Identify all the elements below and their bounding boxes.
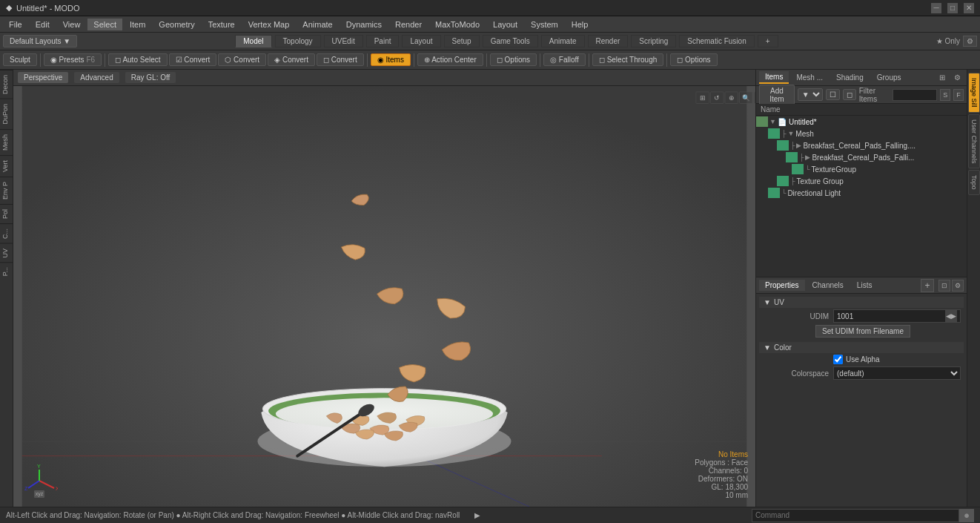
- layout-tab-paint[interactable]: Paint: [366, 35, 400, 47]
- filter-s-btn[interactable]: S: [940, 89, 950, 101]
- left-tab-decon[interactable]: Decon: [0, 70, 13, 99]
- list-item[interactable]: ├ Texture Group: [756, 175, 967, 187]
- menu-render[interactable]: Render: [389, 19, 428, 30]
- items-tab-mesh[interactable]: Mesh ...: [790, 72, 829, 83]
- minimize-button[interactable]: ─: [931, 3, 941, 13]
- set-udim-btn[interactable]: Set UDIM from Filename: [815, 325, 910, 338]
- viewport-canvas[interactable]: ⊞ ↺ ⊕ 🔍 ⋮ ✦ No Items Polygons : Face Ch: [13, 86, 755, 507]
- left-tab-vert[interactable]: Vert: [0, 155, 13, 177]
- list-item[interactable]: ├ ▶ Breakfast_Cereal_Pads_Falling....: [756, 139, 967, 151]
- menu-maxtomodo[interactable]: MaxToModo: [429, 19, 486, 30]
- action-center-btn[interactable]: ⊕ Action Center: [417, 53, 483, 66]
- item-eye-1[interactable]: [768, 128, 780, 139]
- udim-slider-btn[interactable]: ◀▶: [945, 310, 957, 322]
- props-resize-btn[interactable]: ⊡: [938, 280, 950, 292]
- menu-edit[interactable]: Edit: [30, 19, 56, 30]
- props-tab-channels[interactable]: Channels: [807, 280, 850, 291]
- convert-btn-1[interactable]: ☑ Convert: [169, 53, 217, 66]
- options-btn-2[interactable]: ◻ Options: [670, 53, 717, 66]
- props-settings-btn[interactable]: ⚙: [952, 280, 964, 292]
- props-add-btn[interactable]: +: [921, 279, 934, 292]
- left-tab-mesh[interactable]: Mesh: [0, 129, 13, 155]
- layout-tab-render[interactable]: Render: [588, 35, 629, 47]
- convert-btn-2[interactable]: ⬡ Convert: [218, 53, 266, 66]
- layout-tab-topology[interactable]: Topology: [275, 35, 321, 47]
- udim-input[interactable]: [837, 312, 945, 320]
- menu-system[interactable]: System: [525, 19, 564, 30]
- use-alpha-checkbox[interactable]: [833, 355, 843, 364]
- cmd-send-btn[interactable]: ●: [959, 509, 974, 522]
- color-section-header[interactable]: ▼ Color: [759, 342, 964, 353]
- layout-tab-add[interactable]: +: [758, 35, 778, 47]
- items-toolbar-btn2[interactable]: ◻: [843, 89, 856, 100]
- close-button[interactable]: ✕: [964, 3, 974, 13]
- list-item[interactable]: └ Directional Light: [756, 187, 967, 199]
- item-eye-3[interactable]: [786, 152, 798, 162]
- items-tab-expand[interactable]: ⊞: [936, 72, 948, 83]
- left-tab-uv[interactable]: UV: [0, 243, 13, 263]
- command-input[interactable]: [752, 509, 959, 522]
- layout-tab-uvedit[interactable]: UVEdit: [324, 35, 363, 47]
- item-expand-2[interactable]: ▶: [796, 142, 801, 149]
- filter-f-btn[interactable]: F: [953, 89, 964, 101]
- menu-dynamics[interactable]: Dynamics: [340, 19, 388, 30]
- list-item[interactable]: ├ ▼ Mesh: [756, 128, 967, 139]
- default-layouts-btn[interactable]: Default Layouts ▼: [3, 35, 77, 47]
- filter-items-input[interactable]: [893, 89, 937, 101]
- viewport[interactable]: Perspective Advanced Ray GL: Off: [13, 70, 755, 507]
- layout-tab-model[interactable]: Model: [235, 35, 271, 47]
- menu-item[interactable]: Item: [124, 19, 151, 30]
- right-vtab-user-channels[interactable]: User Channels: [968, 114, 980, 169]
- item-eye-6[interactable]: [768, 188, 780, 198]
- list-item[interactable]: ├ ▶ Breakfast_Cereal_Pads_Falli...: [756, 151, 967, 163]
- menu-help[interactable]: Help: [566, 19, 595, 30]
- items-tab-settings[interactable]: ⚙: [951, 72, 964, 83]
- layout-tab-game-tools[interactable]: Game Tools: [483, 35, 538, 47]
- layout-tab-layout[interactable]: Layout: [402, 35, 440, 47]
- left-tab-p[interactable]: P...: [0, 262, 13, 280]
- colorspace-select[interactable]: (default): [833, 366, 961, 380]
- vp-tab-advanced[interactable]: Advanced: [74, 72, 119, 83]
- items-tab-shading[interactable]: Shading: [830, 72, 870, 83]
- layout-tab-scripting[interactable]: Scripting: [631, 35, 676, 47]
- add-item-dropdown[interactable]: ▼: [798, 88, 823, 101]
- item-eye-0[interactable]: [756, 116, 768, 127]
- convert-btn-4[interactable]: ◻ Convert: [317, 53, 364, 66]
- list-item[interactable]: └ TextureGroup: [756, 163, 967, 175]
- menu-animate[interactable]: Animate: [297, 19, 338, 30]
- convert-btn-3[interactable]: ◈ Convert: [268, 53, 315, 66]
- item-expand-1[interactable]: ▼: [787, 130, 794, 137]
- layout-tab-setup[interactable]: Setup: [444, 35, 480, 47]
- item-expand-0[interactable]: ▼: [769, 118, 776, 125]
- menu-vertex-map[interactable]: Vertex Map: [242, 19, 296, 30]
- options-btn-1[interactable]: ◻ Options: [490, 53, 537, 66]
- select-through-btn[interactable]: ◻ Select Through: [592, 53, 663, 66]
- left-tab-pol[interactable]: Pol: [0, 204, 13, 223]
- falloff-btn[interactable]: ◎ Falloff: [543, 53, 586, 66]
- item-eye-4[interactable]: [792, 164, 804, 174]
- item-expand-3[interactable]: ▶: [805, 154, 810, 161]
- uv-section-header[interactable]: ▼ UV: [759, 297, 964, 308]
- list-item[interactable]: ▼ 📄 Untitled*: [756, 116, 967, 128]
- props-tab-lists[interactable]: Lists: [851, 280, 878, 291]
- props-tab-properties[interactable]: Properties: [759, 280, 805, 291]
- right-vtab-image-sill[interactable]: Image Sill: [968, 73, 980, 113]
- vp-tab-perspective[interactable]: Perspective: [18, 72, 68, 83]
- layout-settings-btn[interactable]: ⚙: [963, 36, 977, 47]
- sculpt-btn[interactable]: Sculpt: [3, 53, 37, 66]
- vp-tab-raygl[interactable]: Ray GL: Off: [125, 72, 176, 83]
- presets-btn[interactable]: ◉ Presets F6: [44, 53, 102, 66]
- layout-tab-animate[interactable]: Animate: [541, 35, 585, 47]
- item-eye-2[interactable]: [777, 140, 789, 151]
- items-tab-groups[interactable]: Groups: [871, 72, 907, 83]
- items-toolbar-btn1[interactable]: ☐: [826, 89, 840, 100]
- layout-tab-schematic[interactable]: Schematic Fusion: [679, 35, 754, 47]
- auto-select-btn[interactable]: ◻ Auto Select: [108, 53, 167, 66]
- menu-texture[interactable]: Texture: [202, 19, 241, 30]
- left-tab-envp[interactable]: Env P: [0, 177, 13, 204]
- menu-layout[interactable]: Layout: [487, 19, 523, 30]
- items-btn[interactable]: ◉ Items: [371, 53, 411, 66]
- left-tab-dupon[interactable]: DuPon: [0, 99, 13, 129]
- udim-value[interactable]: ◀▶: [833, 309, 961, 323]
- add-item-button[interactable]: Add Item: [759, 85, 795, 105]
